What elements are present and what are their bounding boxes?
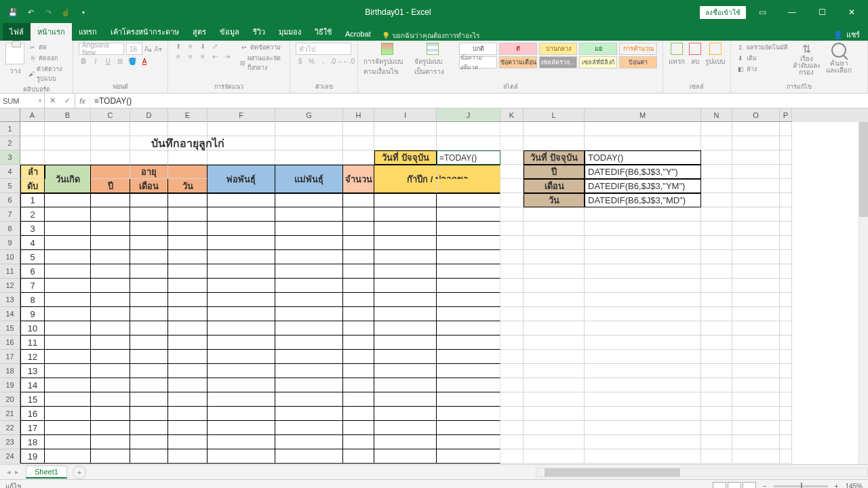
cell[interactable] (45, 136, 91, 150)
cell[interactable] (45, 364, 91, 378)
cell[interactable] (437, 122, 500, 136)
cell[interactable] (524, 321, 585, 336)
cell[interactable] (130, 321, 168, 336)
cell[interactable] (275, 449, 343, 464)
cell[interactable] (168, 236, 208, 250)
cell[interactable] (130, 392, 168, 407)
cell[interactable] (91, 321, 130, 336)
cell[interactable] (500, 136, 524, 150)
cell[interactable] (130, 336, 168, 350)
cell[interactable] (168, 364, 208, 378)
currency-icon[interactable]: $ (296, 58, 304, 65)
cell[interactable] (374, 350, 437, 364)
cell[interactable] (45, 122, 91, 136)
cell[interactable] (780, 122, 792, 136)
cell[interactable] (500, 321, 524, 336)
row-header[interactable]: 7 (0, 207, 20, 222)
cell[interactable] (500, 336, 524, 350)
cell[interactable] (208, 392, 275, 407)
cell[interactable] (701, 421, 732, 435)
cell[interactable] (91, 150, 130, 165)
indent-dec-icon[interactable]: ⇤ (210, 53, 220, 60)
cell[interactable] (500, 407, 524, 421)
cell[interactable] (780, 222, 792, 236)
cell[interactable] (500, 279, 524, 293)
cell[interactable] (343, 350, 374, 364)
cell[interactable] (130, 350, 168, 364)
fill-color-button[interactable]: 🪣 (127, 58, 137, 65)
cell[interactable] (168, 321, 208, 336)
cell[interactable] (780, 264, 792, 279)
cell[interactable] (732, 293, 780, 307)
indent-inc-icon[interactable]: ⇥ (222, 53, 232, 60)
cell[interactable] (374, 279, 437, 293)
cell[interactable] (524, 378, 585, 392)
cell[interactable]: 17 (20, 421, 45, 435)
redo-icon[interactable]: ↷ (42, 6, 54, 18)
cell[interactable] (168, 392, 208, 407)
cell[interactable] (701, 250, 732, 264)
cell[interactable] (275, 350, 343, 364)
cell[interactable]: 9 (20, 307, 45, 321)
cell[interactable] (275, 435, 343, 449)
cell[interactable] (45, 378, 91, 392)
cell[interactable] (585, 378, 701, 392)
cell[interactable] (275, 407, 343, 421)
row-header[interactable]: 15 (0, 321, 20, 336)
font-name-dropdown[interactable]: Angsana New (79, 43, 124, 55)
cell[interactable] (343, 293, 374, 307)
cell[interactable]: 11 (20, 336, 45, 350)
tab-file[interactable]: ไฟล์ (3, 23, 31, 41)
cell[interactable] (437, 279, 500, 293)
cell[interactable] (130, 250, 168, 264)
cell[interactable] (524, 336, 585, 350)
cell[interactable] (732, 222, 780, 236)
cell[interactable] (168, 279, 208, 293)
cell[interactable] (208, 193, 275, 207)
cell[interactable] (168, 193, 208, 207)
vscroll-thumb[interactable] (859, 122, 868, 217)
cell[interactable] (374, 207, 437, 222)
cell[interactable]: วัน (168, 179, 208, 193)
cell[interactable] (45, 293, 91, 307)
cell[interactable] (437, 378, 500, 392)
cell[interactable] (780, 279, 792, 293)
cell[interactable] (585, 350, 701, 364)
cell[interactable] (208, 407, 275, 421)
cell[interactable] (780, 307, 792, 321)
row-header[interactable]: 21 (0, 407, 20, 421)
add-sheet-button[interactable]: + (73, 466, 86, 479)
cell[interactable] (500, 435, 524, 449)
cell[interactable] (524, 222, 585, 236)
cell[interactable] (780, 435, 792, 449)
cell[interactable] (585, 236, 701, 250)
cell[interactable] (585, 321, 701, 336)
row-header[interactable]: 22 (0, 421, 20, 435)
cell[interactable] (130, 307, 168, 321)
undo-icon[interactable]: ↶ (24, 6, 37, 18)
cell[interactable] (780, 421, 792, 435)
cell[interactable] (701, 122, 732, 136)
cell[interactable] (437, 222, 500, 236)
dec-decimal-icon[interactable]: ←.0 (342, 58, 352, 65)
cell[interactable] (780, 179, 792, 193)
row-header[interactable]: 19 (0, 378, 20, 392)
cell[interactable] (91, 307, 130, 321)
cell[interactable]: 19 (20, 449, 45, 464)
cell[interactable] (343, 207, 374, 222)
cell[interactable] (585, 392, 701, 407)
vertical-scrollbar[interactable] (859, 122, 868, 464)
cell[interactable] (732, 307, 780, 321)
cell[interactable] (20, 122, 45, 136)
bold-button[interactable]: B (79, 58, 88, 65)
col-header-D[interactable]: D (130, 108, 168, 122)
underline-button[interactable]: U (103, 58, 113, 65)
cell[interactable] (45, 435, 91, 449)
hscroll-thumb[interactable] (545, 468, 680, 476)
cell[interactable] (732, 336, 780, 350)
cell[interactable] (45, 222, 91, 236)
cell[interactable] (374, 122, 437, 136)
row-header[interactable]: 16 (0, 336, 20, 350)
insert-cells-button[interactable]: แทรก (669, 43, 685, 66)
cell[interactable] (343, 449, 374, 464)
